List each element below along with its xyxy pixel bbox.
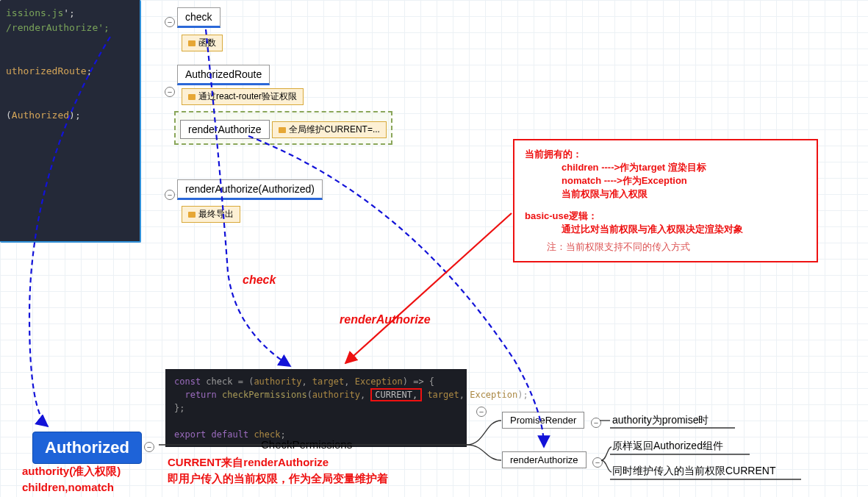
tag-authorized-route: 通过react-router验证权限 [182,88,304,105]
tag-check: 函数 [182,35,223,51]
collapse-icon[interactable]: − [591,418,601,428]
ra-note1: 原样返回Authorized组件 [612,440,723,453]
code-check-fn: const check = (authority, target, Except… [165,369,467,447]
node-check-permissions[interactable]: CheckPermissions [261,438,352,451]
node-render-authorize-group: renderAuthorize 全局维护CURRENT=... [174,111,392,145]
node-promise-render[interactable]: PromiseRender [502,412,584,429]
current-note2: 即用户传入的当前权限，作为全局变量维护着 [168,472,388,486]
label-check: check [243,273,276,287]
node-render-authorize-call[interactable]: renderAuthorize(Authorized) [177,179,323,200]
collapse-icon[interactable]: − [165,87,175,97]
node-authorized[interactable]: Authorized [32,432,142,464]
authorized-note2: children,nomatch [22,481,114,493]
code-editor-top: issions.js'; /renderAuthorize'; uthorize… [0,0,141,243]
collapse-icon[interactable]: − [476,407,487,417]
tag-final-export: 最终导出 [182,206,240,223]
collapse-icon[interactable]: − [165,190,175,200]
authorized-note1: authority(准入权限) [22,465,121,479]
current-note1: CURRENT来自renderAuthorize [168,456,329,470]
node-render-authorize[interactable]: renderAuthorize [180,120,270,139]
label-render-authorize: renderAuthorize [340,313,431,326]
node-authorized-route[interactable]: AuthorizedRoute [177,65,270,85]
collapse-icon[interactable]: − [165,17,175,27]
node-check[interactable]: check [177,7,220,28]
node-render-authorize-r[interactable]: renderAuthorize [502,451,587,468]
collapse-icon[interactable]: − [592,457,603,468]
tag-render-authorize: 全局维护CURRENT=... [272,121,387,138]
ra-note2: 同时维护传入的当前权限CURRENT [612,465,775,478]
explain-box: 当前拥有的： children ---->作为target 渲染目标 nomat… [513,139,818,262]
promise-note: authority为promise时 [612,414,709,427]
collapse-icon[interactable]: − [144,442,154,452]
